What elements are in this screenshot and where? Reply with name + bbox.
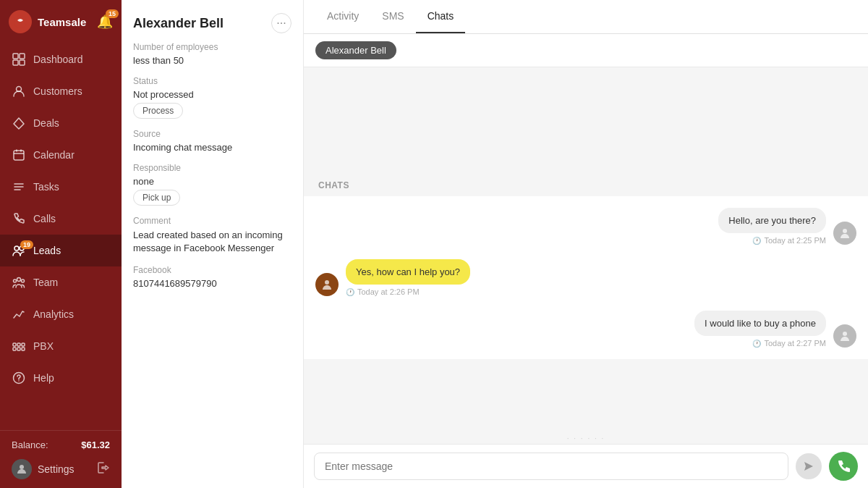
calls-label: Calls bbox=[33, 213, 56, 224]
calendar-icon bbox=[12, 148, 26, 162]
svg-point-7 bbox=[14, 246, 19, 251]
customers-label: Customers bbox=[33, 85, 82, 97]
tab-activity[interactable]: Activity bbox=[315, 0, 370, 33]
field-value-employees: less than 50 bbox=[133, 55, 292, 66]
field-status: Status Not processed Process bbox=[133, 76, 292, 119]
sidebar-item-dashboard[interactable]: Dashboard bbox=[0, 43, 122, 75]
settings-row: Settings bbox=[12, 459, 110, 479]
svg-point-21 bbox=[843, 229, 847, 233]
process-button[interactable]: Process bbox=[133, 103, 183, 119]
sidebar-item-leads[interactable]: 19 Leads bbox=[0, 235, 122, 266]
balance-row: Balance: $61.32 bbox=[12, 439, 110, 450]
chat-filter-pill[interactable]: Alexander Bell bbox=[315, 41, 396, 59]
message-time-1: 🕐 Today at 2:25 PM bbox=[752, 236, 826, 245]
field-value-responsible: none bbox=[133, 176, 292, 187]
svg-point-23 bbox=[843, 332, 847, 336]
chat-messages-container[interactable]: CHATS Hello, are you there? 🕐 Today at 2… bbox=[304, 67, 868, 433]
field-value-facebook: 8107441689579790 bbox=[133, 278, 292, 289]
analytics-icon bbox=[12, 307, 26, 321]
chat-input[interactable] bbox=[314, 453, 788, 480]
calls-icon bbox=[12, 211, 26, 226]
sidebar: Teamsale 🔔 15 Dashboard Customers Deals bbox=[0, 0, 122, 488]
balance-amount: $61.32 bbox=[81, 439, 110, 450]
svg-point-20 bbox=[20, 465, 24, 469]
detail-header: Alexander Bell ··· bbox=[122, 0, 303, 42]
message-content-3: I would like to buy a phone 🕐 Today at 2… bbox=[694, 311, 826, 348]
sidebar-item-pbx[interactable]: PBX bbox=[0, 330, 122, 362]
tasks-icon bbox=[12, 180, 26, 194]
field-responsible: Responsible none Pick up bbox=[133, 163, 292, 206]
message-bubble-2: Yes, how can I help you? bbox=[346, 259, 470, 285]
message-time-3: 🕐 Today at 2:27 PM bbox=[752, 339, 826, 348]
svg-rect-1 bbox=[13, 54, 18, 59]
chats-section-label: CHATS bbox=[304, 169, 868, 196]
field-value-comment: Lead created based on an incoming messag… bbox=[133, 229, 292, 255]
tab-sms[interactable]: SMS bbox=[370, 0, 415, 33]
field-label-comment: Comment bbox=[133, 216, 292, 226]
sidebar-item-calls[interactable]: Calls bbox=[0, 203, 122, 235]
customers-icon bbox=[12, 84, 26, 98]
logout-icon[interactable] bbox=[97, 461, 110, 478]
chat-bubble-area: Hello, are you there? 🕐 Today at 2:25 PM bbox=[304, 196, 868, 359]
message-row: Yes, how can I help you? 🕐 Today at 2:26… bbox=[315, 259, 856, 296]
help-icon bbox=[12, 371, 26, 385]
tasks-label: Tasks bbox=[33, 181, 59, 193]
drag-handle[interactable]: · · · · · · bbox=[304, 433, 868, 444]
svg-point-19 bbox=[18, 380, 20, 382]
chat-input-bar bbox=[304, 444, 868, 488]
help-label: Help bbox=[33, 372, 54, 384]
svg-rect-6 bbox=[14, 151, 24, 160]
bell-badge: 15 bbox=[106, 9, 119, 18]
leads-label: Leads bbox=[33, 245, 61, 256]
main-content: Activity SMS Chats Alexander Bell CHATS bbox=[304, 0, 868, 488]
sidebar-item-deals[interactable]: Deals bbox=[0, 107, 122, 139]
agent-avatar-1 bbox=[833, 222, 856, 245]
sidebar-item-customers[interactable]: Customers bbox=[0, 75, 122, 107]
svg-rect-12 bbox=[13, 343, 16, 346]
sidebar-footer: Balance: $61.32 Settings bbox=[0, 430, 122, 488]
field-label-employees: Number of employees bbox=[133, 42, 292, 52]
user-avatar bbox=[12, 459, 32, 479]
dashboard-icon bbox=[12, 52, 26, 67]
detail-panel: Alexander Bell ··· Number of employees l… bbox=[122, 0, 304, 488]
message-row: Hello, are you there? 🕐 Today at 2:25 PM bbox=[315, 208, 856, 245]
sidebar-item-team[interactable]: Team bbox=[0, 266, 122, 298]
calendar-label: Calendar bbox=[33, 149, 75, 161]
dashboard-label: Dashboard bbox=[33, 54, 83, 65]
pbx-icon bbox=[12, 339, 26, 353]
svg-point-9 bbox=[17, 278, 21, 282]
field-employees: Number of employees less than 50 bbox=[133, 42, 292, 66]
call-button[interactable] bbox=[829, 452, 858, 481]
pbx-label: PBX bbox=[33, 340, 54, 352]
pickup-button[interactable]: Pick up bbox=[133, 190, 180, 206]
tab-chats[interactable]: Chats bbox=[416, 0, 466, 33]
field-facebook: Facebook 8107441689579790 bbox=[133, 265, 292, 289]
sidebar-item-tasks[interactable]: Tasks bbox=[0, 171, 122, 203]
more-options-button[interactable]: ··· bbox=[271, 13, 292, 33]
sidebar-item-help[interactable]: Help bbox=[0, 362, 122, 394]
field-value-status: Not processed bbox=[133, 89, 292, 100]
app-logo bbox=[9, 10, 32, 33]
field-label-source: Source bbox=[133, 129, 292, 139]
settings-label[interactable]: Settings bbox=[38, 463, 75, 475]
user-avatar-2 bbox=[315, 273, 339, 296]
svg-point-10 bbox=[14, 279, 17, 282]
field-value-source: Incoming chat message bbox=[133, 142, 292, 153]
field-source: Source Incoming chat message bbox=[133, 129, 292, 153]
message-content-1: Hello, are you there? 🕐 Today at 2:25 PM bbox=[718, 208, 826, 245]
notification-bell[interactable]: 🔔 15 bbox=[97, 14, 113, 30]
sidebar-item-analytics[interactable]: Analytics bbox=[0, 298, 122, 330]
tabs-bar: Activity SMS Chats bbox=[304, 0, 868, 34]
svg-rect-2 bbox=[20, 54, 25, 59]
svg-rect-17 bbox=[22, 348, 25, 350]
svg-rect-13 bbox=[17, 343, 20, 346]
svg-point-22 bbox=[325, 280, 329, 285]
svg-rect-15 bbox=[13, 348, 16, 350]
field-comment: Comment Lead created based on an incomin… bbox=[133, 216, 292, 255]
detail-fields: Number of employees less than 50 Status … bbox=[122, 42, 303, 488]
send-button[interactable] bbox=[796, 453, 822, 479]
sidebar-item-calendar[interactable]: Calendar bbox=[0, 139, 122, 171]
message-bubble-3: I would like to buy a phone bbox=[694, 311, 826, 336]
detail-title: Alexander Bell bbox=[133, 16, 224, 31]
agent-avatar-3 bbox=[833, 324, 856, 348]
